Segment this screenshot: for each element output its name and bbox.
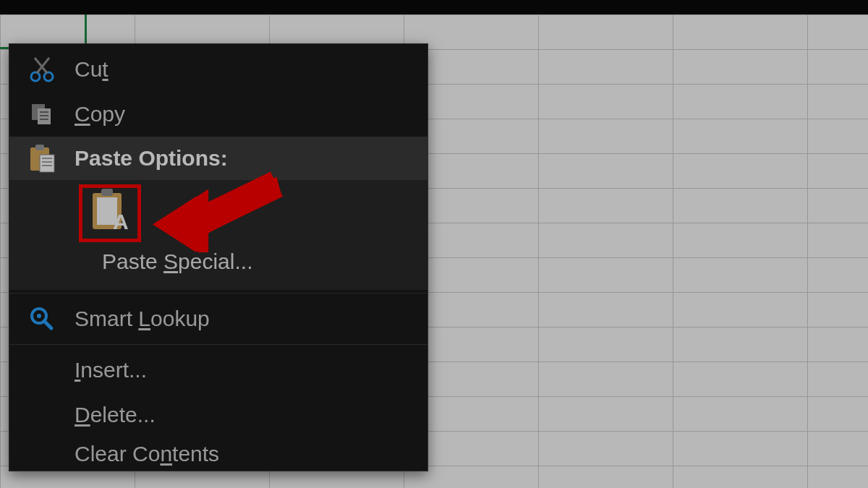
svg-line-25 — [44, 321, 51, 328]
svg-point-1 — [44, 72, 53, 81]
svg-marker-20 — [153, 181, 276, 247]
paste-icon — [9, 143, 75, 174]
svg-marker-19 — [153, 172, 283, 240]
svg-marker-21 — [154, 176, 282, 247]
svg-rect-10 — [35, 145, 44, 150]
paste-options-label: Paste Options: — [75, 146, 228, 171]
svg-rect-11 — [40, 155, 54, 172]
context-menu: Cut Copy — [9, 43, 428, 471]
menu-item-delete[interactable]: Delete... — [9, 393, 427, 437]
svg-point-0 — [31, 72, 40, 81]
menu-item-insert[interactable]: Insert... — [9, 348, 427, 393]
paste-keep-text-only-button[interactable]: A — [82, 184, 138, 236]
copy-icon — [9, 100, 75, 129]
menu-label-paste-special: Paste Special... — [102, 249, 252, 274]
paste-options-row: A — [9, 180, 427, 241]
menu-separator — [9, 293, 427, 294]
menu-label-delete: Delete... — [75, 403, 414, 427]
menu-label-clear-contents: Clear Contents — [75, 442, 414, 466]
svg-line-3 — [35, 58, 47, 73]
smart-lookup-icon — [9, 305, 75, 333]
paste-options-section: Paste Options: A — [9, 137, 427, 290]
menu-label-smart-lookup: Smart Lookup — [75, 307, 414, 331]
menu-item-cut[interactable]: Cut — [9, 47, 427, 92]
cut-icon — [9, 55, 75, 84]
ribbon-fragment — [0, 0, 868, 14]
menu-item-copy[interactable]: Copy — [9, 92, 427, 137]
menu-label-cut: Cut — [75, 57, 414, 82]
menu-item-clear-contents[interactable]: Clear Contents — [9, 437, 427, 471]
menu-item-paste-special[interactable]: Paste Special... — [9, 241, 427, 283]
menu-label-copy: Copy — [75, 102, 414, 127]
menu-item-smart-lookup[interactable]: Smart Lookup — [9, 296, 427, 341]
svg-rect-16 — [101, 189, 113, 196]
svg-text:A: A — [113, 210, 129, 234]
svg-point-26 — [37, 314, 41, 318]
paste-options-header: Paste Options: — [9, 137, 427, 180]
svg-line-2 — [37, 58, 49, 73]
menu-separator — [9, 344, 427, 345]
menu-label-insert: Insert... — [75, 358, 414, 382]
